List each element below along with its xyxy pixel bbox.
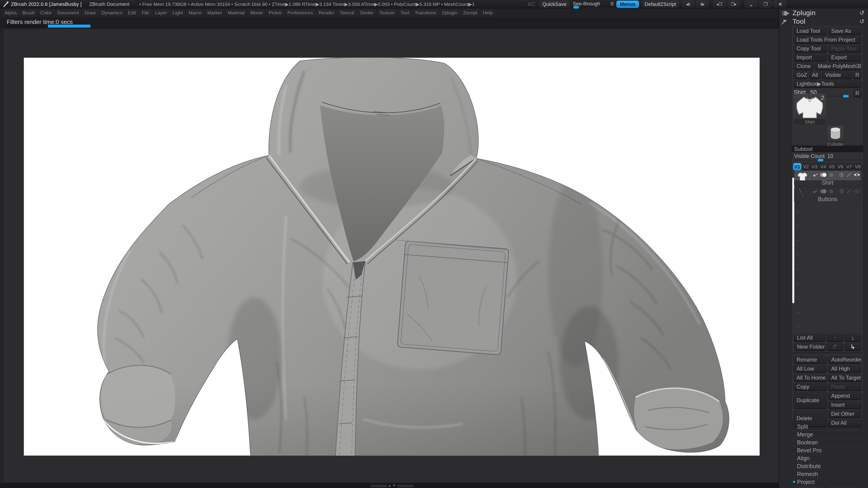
save-as-button[interactable]: Save As: [828, 27, 862, 35]
menu-preferences[interactable]: Preferences: [285, 9, 315, 16]
append-button[interactable]: Append: [828, 392, 862, 400]
menu-alpha[interactable]: Alpha: [2, 9, 19, 16]
section-align[interactable]: Align: [791, 454, 866, 462]
vtab-v6[interactable]: V6: [836, 163, 844, 170]
dock-left-icon[interactable]: ◂‖‖: [681, 1, 694, 8]
copy-tool-button[interactable]: Copy Tool: [794, 45, 827, 53]
section-project[interactable]: Project: [791, 478, 866, 486]
tool-reset-icon[interactable]: ↺: [860, 18, 864, 25]
thumbnail-cylinder[interactable]: Cylinder: [827, 125, 844, 148]
vtab-v1[interactable]: V1: [793, 163, 801, 170]
close-icon[interactable]: ×: [774, 1, 786, 8]
tool-header[interactable]: Tool: [793, 18, 805, 25]
menu-transform[interactable]: Transform: [412, 9, 438, 16]
goz-visible-button[interactable]: Visible: [822, 71, 852, 79]
minimize-icon[interactable]: ⌄: [745, 1, 758, 8]
vtab-v4[interactable]: V4: [819, 163, 827, 170]
load-tool-button[interactable]: Load Tool: [794, 27, 827, 35]
section-merge[interactable]: Merge: [791, 430, 866, 438]
clipped-button-right[interactable]: [827, 485, 859, 488]
menu-document[interactable]: Document: [55, 9, 81, 16]
subtool-empty-slot[interactable]: [794, 305, 861, 320]
vtab-v8[interactable]: V8: [854, 163, 862, 170]
insert-button[interactable]: Insert: [828, 401, 862, 409]
subtool-item-shirt[interactable]: Shirt: [794, 170, 861, 187]
make-polymesh3d-button[interactable]: Make PolyMesh3D: [815, 62, 862, 70]
subtool-brush-icon-dim[interactable]: [846, 189, 852, 194]
subtool-brush-icon[interactable]: [846, 172, 852, 177]
load-tools-from-project-button[interactable]: Load Tools From Project: [794, 36, 862, 43]
subtool-eye-icon-dim[interactable]: [853, 189, 861, 194]
subtool-polypaint-icon-dim[interactable]: [819, 189, 827, 194]
vtab-v7[interactable]: V7: [845, 163, 853, 170]
vtab-v2[interactable]: V2: [802, 163, 810, 170]
menu-stroke[interactable]: Stroke: [358, 9, 376, 16]
subtool-empty-slot[interactable]: [794, 233, 861, 248]
subtool-polypaint-icon[interactable]: [819, 172, 827, 177]
restore-icon[interactable]: ❐: [759, 1, 772, 8]
copy-button[interactable]: Copy: [794, 383, 827, 391]
move-down-button[interactable]: ↓: [844, 334, 861, 341]
subtool-empty-slot[interactable]: [794, 276, 861, 291]
window-prev-icon[interactable]: ◂❒: [713, 1, 726, 8]
menu-zscript[interactable]: Zscript: [461, 9, 480, 16]
subtool-item-buttons[interactable]: Buttons: [794, 187, 861, 203]
fold-in-button[interactable]: ↳: [844, 343, 861, 351]
goz-button[interactable]: GoZ: [794, 71, 808, 79]
subtool-empty-slot[interactable]: [794, 262, 861, 276]
duplicate-button[interactable]: Duplicate: [794, 392, 827, 409]
subtool-crescent-icon-dim[interactable]: [829, 189, 836, 194]
menu-color[interactable]: Color: [38, 9, 54, 16]
menu-help[interactable]: Help: [481, 9, 495, 16]
tray-expand-icon[interactable]: ▼: [393, 484, 396, 487]
zplugin-reset-icon[interactable]: ↺: [860, 9, 864, 17]
window-next-icon[interactable]: ❒▸: [727, 1, 740, 8]
menu-marker[interactable]: Marker: [205, 9, 224, 16]
del-other-button[interactable]: Del Other: [828, 410, 862, 418]
see-through-slider[interactable]: See-through 0: [573, 1, 614, 8]
goz-r-button[interactable]: R: [853, 71, 862, 79]
section-boolean[interactable]: Boolean: [791, 438, 866, 446]
tray-drag-handle-left[interactable]: [370, 485, 387, 487]
subtool-difference-icon-dim[interactable]: [838, 189, 845, 194]
menu-dynamics[interactable]: Dynamics: [99, 9, 125, 16]
section-split[interactable]: Split: [791, 422, 866, 430]
lightbox-tools-button[interactable]: Lightbox▶Tools: [794, 80, 862, 88]
menu-draw[interactable]: Draw: [82, 9, 98, 16]
vtab-v5[interactable]: V5: [828, 163, 836, 170]
rename-button[interactable]: Rename: [794, 356, 827, 363]
tray-drag-handle-right[interactable]: [397, 485, 414, 487]
visible-count-handle[interactable]: [817, 159, 824, 162]
menu-picker[interactable]: Picker: [266, 9, 284, 16]
quicksave-button[interactable]: QuickSave: [539, 1, 570, 8]
menu-tool[interactable]: Tool: [398, 9, 411, 16]
list-all-button[interactable]: List All: [794, 334, 825, 341]
subtool-empty-slot[interactable]: [794, 291, 861, 305]
menu-material[interactable]: Material: [225, 9, 247, 16]
tray-collapse-icon[interactable]: ▲: [388, 484, 391, 487]
new-folder-button[interactable]: New Folder: [794, 343, 825, 351]
subtool-difference-icon[interactable]: [838, 172, 845, 177]
menu-light[interactable]: Light: [170, 9, 185, 16]
all-low-button[interactable]: All Low: [794, 365, 827, 372]
menu-movie[interactable]: Movie: [248, 9, 265, 16]
subtool-eye-icon[interactable]: [853, 172, 861, 177]
section-bevel-pro[interactable]: Bevel Pro: [791, 446, 866, 454]
all-high-button[interactable]: All High: [828, 365, 862, 372]
menu-edit[interactable]: Edit: [126, 9, 138, 16]
subtool-empty-slot[interactable]: [794, 248, 861, 262]
subtool-move-icon[interactable]: [812, 173, 818, 177]
subtool-crescent-icon[interactable]: [829, 172, 836, 177]
dock-right-icon[interactable]: ‖‖▸: [696, 1, 709, 8]
section-distribute[interactable]: Distribute: [791, 462, 866, 470]
see-through-handle[interactable]: [573, 6, 579, 8]
menu-zplugin[interactable]: Zplugin: [440, 9, 460, 16]
menu-brush[interactable]: Brush: [20, 9, 37, 16]
vtab-v3[interactable]: V3: [811, 163, 819, 170]
menus-button[interactable]: Menus: [616, 1, 639, 8]
sculpt-canvas[interactable]: [24, 58, 760, 455]
export-button[interactable]: Export: [828, 54, 862, 61]
all-to-home-button[interactable]: All To Home: [794, 374, 827, 382]
menu-file[interactable]: File: [140, 9, 152, 16]
clipped-button-left[interactable]: [793, 485, 825, 488]
